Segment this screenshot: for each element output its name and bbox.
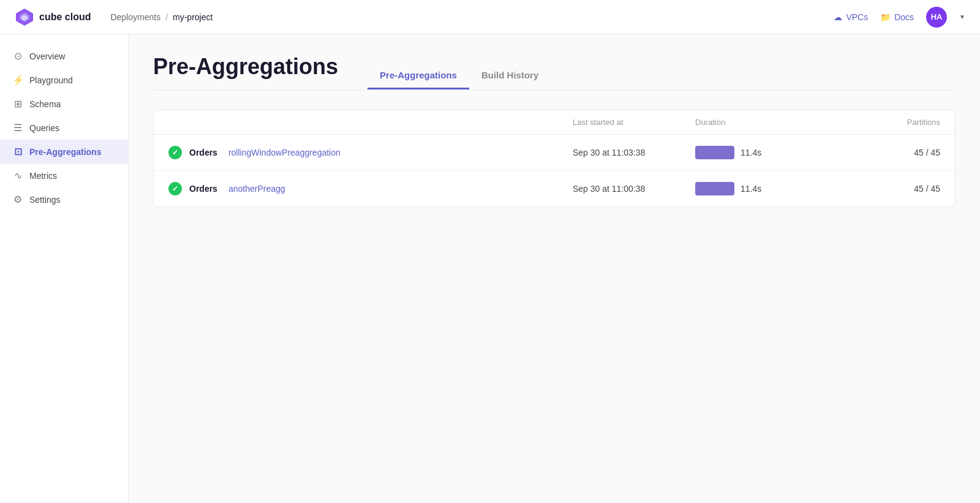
- avatar[interactable]: HA: [926, 7, 947, 28]
- docs-icon: 📁: [880, 12, 891, 22]
- topnav: cube cloud Deployments / my-project ☁ VP…: [0, 0, 980, 34]
- cube-name: Orders: [189, 184, 217, 194]
- sidebar-item-label: Overview: [29, 51, 65, 61]
- page-title: Pre-Aggregations: [153, 54, 338, 80]
- playground-icon: ⚡: [12, 74, 23, 86]
- cube-name: Orders: [189, 148, 217, 157]
- queries-icon: ☰: [12, 122, 23, 134]
- agg-name[interactable]: rollingWindowPreaggregation: [228, 148, 341, 157]
- overview-icon: ⊙: [12, 50, 23, 62]
- sidebar-item-metrics[interactable]: ∿ Metrics: [0, 164, 128, 187]
- breadcrumb: Deployments / my-project: [110, 12, 834, 22]
- sidebar-item-overview[interactable]: ⊙ Overview: [0, 44, 128, 68]
- agg-name[interactable]: anotherPreagg: [228, 184, 285, 194]
- preagg-icon: ⊡: [12, 146, 23, 157]
- header-name: [168, 118, 573, 127]
- sidebar-item-label: Pre-Aggregations: [29, 147, 101, 157]
- layout: ⊙ Overview ⚡ Playground ⊞ Schema ☰ Queri…: [0, 34, 980, 503]
- tab-build-history[interactable]: Build History: [469, 62, 551, 89]
- breadcrumb-current: my-project: [173, 12, 213, 22]
- logo[interactable]: cube cloud: [15, 7, 91, 27]
- main-content: Pre-Aggregations Pre-Aggregations Build …: [129, 34, 980, 503]
- duration-bar: [695, 182, 734, 195]
- logo-icon: [15, 7, 34, 27]
- topnav-right: ☁ VPCs 📁 Docs HA ▼: [834, 7, 965, 28]
- sidebar-item-label: Playground: [29, 75, 73, 85]
- row-name-cell: Orders rollingWindowPreaggregation: [168, 146, 573, 159]
- schema-icon: ⊞: [12, 98, 23, 110]
- sidebar-item-schema[interactable]: ⊞ Schema: [0, 92, 128, 116]
- sidebar: ⊙ Overview ⚡ Playground ⊞ Schema ☰ Queri…: [0, 34, 129, 503]
- duration-text: 11.4s: [741, 148, 761, 157]
- table-header: Last started at Duration Partitions: [154, 110, 955, 135]
- header-partitions: Partitions: [842, 118, 940, 127]
- duration-bar: [695, 146, 734, 159]
- header-duration: Duration: [695, 118, 842, 127]
- row-name-cell: Orders anotherPreagg: [168, 182, 573, 195]
- tabs: Pre-Aggregations Build History: [368, 62, 551, 89]
- breadcrumb-parent[interactable]: Deployments: [110, 12, 160, 22]
- header-last-started: Last started at: [573, 118, 695, 127]
- table-row[interactable]: Orders anotherPreagg Sep 30 at 11:00:38 …: [154, 171, 955, 206]
- last-started-date: Sep 30 at 11:00:38: [573, 184, 695, 194]
- duration-text: 11.4s: [741, 184, 761, 194]
- sidebar-item-label: Metrics: [29, 171, 57, 181]
- sidebar-item-settings[interactable]: ⚙ Settings: [0, 187, 128, 211]
- metrics-icon: ∿: [12, 170, 23, 181]
- sidebar-item-pre-aggregations[interactable]: ⊡ Pre-Aggregations: [0, 140, 128, 164]
- sidebar-item-queries[interactable]: ☰ Queries: [0, 116, 128, 140]
- duration-cell: 11.4s: [695, 182, 842, 195]
- partitions-cell: 45 / 45: [842, 148, 940, 157]
- status-success-icon: [168, 182, 182, 195]
- chevron-down-icon[interactable]: ▼: [959, 13, 965, 20]
- tab-pre-aggregations[interactable]: Pre-Aggregations: [368, 62, 469, 89]
- table-row[interactable]: Orders rollingWindowPreaggregation Sep 3…: [154, 135, 955, 171]
- last-started-date: Sep 30 at 11:03:38: [573, 148, 695, 157]
- settings-icon: ⚙: [12, 194, 23, 205]
- vpcs-link[interactable]: ☁ VPCs: [834, 12, 868, 22]
- logo-text: cube cloud: [39, 12, 91, 23]
- docs-link[interactable]: 📁 Docs: [880, 12, 914, 22]
- partitions-cell: 45 / 45: [842, 184, 940, 194]
- cloud-icon: ☁: [834, 12, 842, 22]
- status-success-icon: [168, 146, 182, 159]
- sidebar-item-label: Schema: [29, 99, 61, 109]
- pre-aggregations-table: Last started at Duration Partitions Orde…: [153, 110, 956, 207]
- breadcrumb-separator: /: [165, 12, 168, 22]
- sidebar-item-label: Queries: [29, 123, 59, 133]
- sidebar-item-label: Settings: [29, 195, 61, 205]
- sidebar-item-playground[interactable]: ⚡ Playground: [0, 68, 128, 92]
- duration-cell: 11.4s: [695, 146, 842, 159]
- page-header: Pre-Aggregations Pre-Aggregations Build …: [153, 54, 956, 90]
